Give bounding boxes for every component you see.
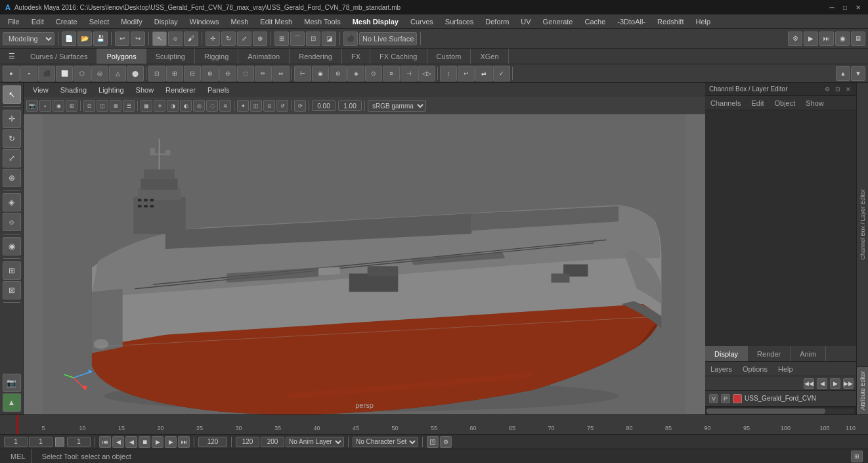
render-settings-button[interactable]: ⚙: [788, 32, 802, 46]
sculpt-button[interactable]: ✏: [255, 66, 272, 81]
vp-color-mode-select[interactable]: sRGB gamma Linear: [368, 100, 426, 112]
scroll-track[interactable]: [706, 408, 855, 414]
vp-aa-btn[interactable]: ◌: [206, 100, 218, 112]
pb-play-fwd-button[interactable]: ▶: [152, 436, 163, 448]
paint-select-button[interactable]: 🖌: [184, 32, 198, 46]
layer-color-swatch[interactable]: [733, 394, 742, 403]
layer-arrow-right[interactable]: ▶: [830, 378, 840, 389]
menu-generate[interactable]: Generate: [538, 16, 578, 27]
anim-tab[interactable]: Anim: [791, 346, 826, 361]
wedge-button[interactable]: ◈: [347, 66, 364, 81]
redo-button[interactable]: ↪: [131, 32, 145, 46]
tab-show[interactable]: Show: [803, 98, 827, 108]
vp-menu-view[interactable]: View: [28, 85, 54, 95]
menu-cache[interactable]: Cache: [579, 16, 611, 27]
channel-box-settings-icon[interactable]: ⚙: [823, 85, 831, 93]
pb-no-char-set[interactable]: No Character Set: [353, 437, 418, 447]
vp-grid-btn[interactable]: ⊠: [110, 100, 121, 112]
vp-film-btn[interactable]: ▪: [39, 100, 51, 112]
circularize-button[interactable]: ⊙: [365, 66, 382, 81]
tab-curves-surfaces[interactable]: Curves / Surfaces: [21, 49, 97, 64]
pb-play-back-button[interactable]: ◀: [125, 436, 137, 448]
render-button[interactable]: ▶: [804, 32, 818, 46]
channel-box-float-icon[interactable]: ⊡: [834, 85, 842, 93]
tab-xgen[interactable]: XGen: [471, 49, 508, 64]
snap-curve-button[interactable]: ⌒: [290, 32, 305, 46]
menu-surfaces[interactable]: Surfaces: [440, 16, 479, 27]
select-tool[interactable]: ↖: [3, 85, 21, 104]
lasso-tool[interactable]: ⌾: [3, 213, 21, 231]
pb-start-frame[interactable]: [4, 437, 28, 447]
pb-range-end[interactable]: [198, 437, 227, 447]
menu-curves[interactable]: Curves: [405, 16, 439, 27]
append-button[interactable]: ⊢: [294, 66, 311, 81]
detach-button[interactable]: ⊣: [401, 66, 418, 81]
snap-grid-button[interactable]: ⊞: [274, 32, 289, 46]
reverse-button[interactable]: ↩: [458, 66, 475, 81]
new-scene-button[interactable]: 📄: [62, 32, 76, 46]
vp-wireframe-btn[interactable]: ⊞: [66, 100, 77, 112]
maximize-button[interactable]: □: [840, 3, 850, 12]
select-tool-button[interactable]: ↖: [152, 32, 167, 46]
tab-fx-caching[interactable]: FX Caching: [370, 49, 427, 64]
snap-mode[interactable]: ⊠: [3, 281, 21, 299]
collapse-button[interactable]: ◁▷: [418, 66, 435, 81]
undo-button[interactable]: ↩: [115, 32, 129, 46]
menu-mesh-display[interactable]: Mesh Display: [347, 16, 404, 27]
poly-plane-button[interactable]: ⬜: [56, 66, 73, 81]
vp-light-btn[interactable]: ☀: [154, 100, 165, 112]
separate-button[interactable]: ⊖: [219, 66, 236, 81]
combine-button[interactable]: ⊕: [202, 66, 219, 81]
menu-display[interactable]: Display: [149, 16, 183, 27]
soft-select-tool[interactable]: ◈: [3, 193, 21, 211]
poly-cube-button[interactable]: ▪: [20, 66, 37, 81]
poly-cone-button[interactable]: △: [109, 66, 126, 81]
move-tool[interactable]: ✛: [3, 110, 21, 128]
pb-step-back-button[interactable]: ◀: [112, 436, 124, 448]
render-tab[interactable]: Render: [748, 346, 791, 361]
menu-mesh[interactable]: Mesh: [225, 16, 253, 27]
channel-box-close-icon[interactable]: ✕: [844, 85, 852, 93]
scroll-up-button[interactable]: ▲: [836, 66, 850, 81]
extrude-button[interactable]: ⊡: [148, 66, 165, 81]
minimize-button[interactable]: ─: [827, 3, 836, 12]
layers-menu-layers[interactable]: Layers: [708, 364, 735, 374]
snap-view-button[interactable]: ◪: [322, 32, 336, 46]
tab-channels[interactable]: Channels: [708, 98, 743, 108]
vp-menu-panels[interactable]: Panels: [202, 85, 235, 95]
pb-end-value[interactable]: [236, 437, 259, 447]
pb-frame-value[interactable]: [67, 437, 91, 447]
pb-step-fwd-button[interactable]: ▶: [165, 436, 177, 448]
universal-manip-button[interactable]: ⊕: [253, 32, 267, 46]
close-button[interactable]: ✕: [854, 3, 863, 12]
menu-create[interactable]: Create: [51, 16, 83, 27]
tab-fx[interactable]: FX: [342, 49, 370, 64]
layer-playback[interactable]: P: [721, 394, 730, 403]
menu-select[interactable]: Select: [84, 16, 115, 27]
layer-scrollbar[interactable]: [705, 407, 856, 414]
make-live-button[interactable]: ⚫: [343, 32, 358, 46]
fill-hole-button[interactable]: ◉: [312, 66, 329, 81]
quick-layout[interactable]: ▲: [3, 393, 21, 412]
menu-3dtall[interactable]: -3DtoAll-: [612, 16, 651, 27]
xform-constraint[interactable]: ⊞: [3, 261, 21, 280]
vp-dof-btn[interactable]: ◎: [193, 100, 205, 112]
tab-sculpting[interactable]: Sculpting: [146, 49, 195, 64]
vp-texture-btn[interactable]: ▦: [141, 100, 152, 112]
timeline-ruler[interactable]: 5 10 15 20 25 30 35 40 45 50 55 60 65 70…: [0, 415, 868, 434]
vp-cam-spin-btn[interactable]: ⟳: [294, 100, 306, 112]
menu-modify[interactable]: Modify: [116, 16, 147, 27]
vp-far-clip[interactable]: [338, 100, 362, 111]
tab-animation[interactable]: Animation: [238, 49, 290, 64]
connect-button[interactable]: ≡: [383, 66, 400, 81]
poly-special-button[interactable]: ⬡: [74, 66, 91, 81]
vp-points-btn[interactable]: ⊙: [263, 100, 275, 112]
poly-disk-button[interactable]: ⬤: [127, 66, 144, 81]
layer-arrow-left[interactable]: ◀: [817, 378, 827, 389]
pb-go-start-button[interactable]: ⏮: [99, 436, 111, 448]
viewport[interactable]: View Shading Lighting Show Renderer Pane…: [24, 83, 705, 414]
vp-shading-btn[interactable]: ◉: [53, 100, 64, 112]
pb-go-end-button[interactable]: ⏭: [178, 436, 190, 448]
vp-isolate-btn[interactable]: ⊡: [83, 100, 95, 112]
attribute-editor-tab[interactable]: Attribute Editor: [857, 366, 868, 414]
